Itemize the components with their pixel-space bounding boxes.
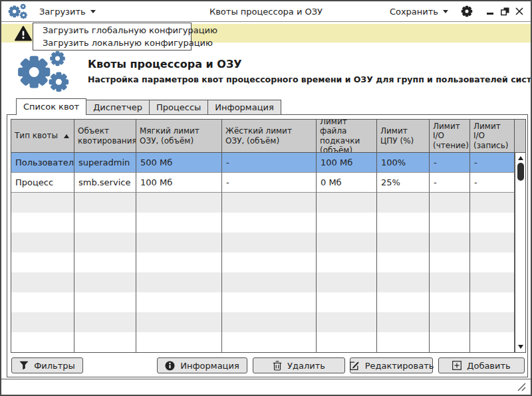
save-menu-button[interactable]: Сохранить (390, 7, 448, 17)
tab-dispatcher[interactable]: Диспетчер (86, 100, 150, 115)
menu-item-load-global-config[interactable]: Загрузить глобальную конфигурацию (33, 24, 191, 37)
app-gears-logo-icon (8, 3, 29, 19)
cell-cpu: 100% (377, 153, 430, 173)
cell-swap: 100 Мб (317, 153, 377, 173)
tab-quota-list[interactable]: Список квот (16, 98, 86, 115)
column-header-soft-ram-limit[interactable]: Мягкий лимит ОЗУ, (объём) (136, 120, 222, 153)
chevron-down-icon (443, 10, 448, 13)
status-bar (1, 379, 531, 395)
column-header-quota-object[interactable]: Объект квотирования (74, 120, 136, 153)
scroll-up-button[interactable] (515, 156, 525, 160)
menu-item-load-local-config[interactable]: Загрузить локальную конфигурацию (33, 37, 191, 49)
settings-gear-icon[interactable] (461, 5, 473, 17)
window-title: Квоты процессора и ОЗУ (209, 7, 323, 17)
empty-row (11, 233, 515, 252)
cell-soft-ram: 500 Мб (136, 153, 222, 173)
empty-row (11, 193, 515, 213)
delete-button[interactable]: Удалить (253, 357, 345, 373)
hexagon-pattern-decoration (222, 43, 477, 96)
cell-quota-object: smb.service (74, 173, 136, 193)
cell-hard-ram: - (222, 173, 317, 193)
plus-square-icon (452, 361, 462, 370)
scrollbar-header-corner (515, 120, 525, 153)
tab-processes[interactable]: Процессы (149, 100, 208, 115)
page-title: Квоты процессора и ОЗУ (88, 58, 242, 70)
main-panel: Тип квоты Объект квотирования Мягкий лим… (7, 114, 528, 377)
close-button[interactable] (515, 7, 524, 16)
minimize-button[interactable] (485, 7, 495, 16)
titlebar: Загрузить Квоты процессора и ОЗУ Сохрани… (1, 1, 531, 22)
tab-information[interactable]: Информация (207, 100, 281, 115)
warning-triangle-icon (15, 26, 32, 41)
load-menu-label: Загрузить (39, 7, 86, 17)
empty-row (11, 292, 515, 312)
save-menu-label: Сохранить (390, 7, 438, 17)
table-filler (11, 193, 525, 352)
table-header-row: Тип квоты Объект квотирования Мягкий лим… (11, 120, 525, 153)
cell-quota-object: superadmin (74, 153, 136, 173)
load-dropdown-menu: Загрузить глобальную конфигурацию Загруз… (33, 23, 192, 50)
empty-row (11, 252, 515, 272)
edit-button[interactable]: Редактировать (350, 357, 433, 373)
information-button[interactable]: Информация (157, 357, 247, 373)
cell-quota-type: Пользователь (11, 153, 74, 173)
column-header-io-write-limit[interactable]: Лимит I/O (запись) (470, 120, 515, 153)
edit-pencil-icon (349, 361, 360, 371)
sort-ascending-icon (64, 134, 69, 138)
column-header-quota-type[interactable]: Тип квоты (11, 120, 74, 153)
cell-quota-type: Процесс (11, 173, 74, 193)
table-body: Пользователь superadmin 500 Мб - 100 Мб … (11, 153, 525, 352)
empty-row (11, 213, 515, 233)
empty-row (11, 332, 515, 352)
column-header-swap-limit[interactable]: Лимит файла подкачки (объём) (317, 120, 377, 153)
empty-row (11, 312, 515, 332)
chevron-down-icon (90, 10, 96, 13)
scrollbar-thumb[interactable] (517, 163, 524, 181)
scroll-down-button[interactable] (515, 345, 525, 349)
empty-row (11, 272, 515, 292)
cell-io-write: - (470, 173, 515, 193)
table-row-selected[interactable]: Пользователь superadmin 500 Мб - 100 Мб … (11, 153, 515, 173)
page-header: Квоты процессора и ОЗУ Настройка парамет… (1, 43, 531, 98)
column-header-cpu-limit[interactable]: Лимит ЦПУ (%) (377, 120, 430, 153)
cell-io-read: - (430, 173, 470, 193)
column-header-io-read-limit[interactable]: Лимит I/O (чтение) (430, 120, 470, 153)
cell-hard-ram: - (222, 153, 317, 173)
resize-grip[interactable] (516, 382, 526, 391)
app-window: Загрузить Квоты процессора и ОЗУ Сохрани… (0, 0, 532, 396)
cell-swap: 0 Мб (317, 173, 377, 193)
quota-table: Тип квоты Объект квотирования Мягкий лим… (11, 119, 526, 353)
filters-button[interactable]: Фильтры (11, 357, 83, 373)
load-menu-button[interactable]: Загрузить (39, 7, 96, 17)
trash-icon (273, 361, 282, 371)
cell-io-read: - (430, 153, 470, 173)
table-row[interactable]: Процесс smb.service 100 Мб - 0 Мб 25% - … (11, 173, 515, 193)
column-header-hard-ram-limit[interactable]: Жёсткий лимит ОЗУ, (объём) (222, 120, 317, 153)
tab-bar: Список квот Диспетчер Процессы Информаци… (16, 98, 281, 115)
cell-soft-ram: 100 Мб (136, 173, 222, 193)
vertical-scrollbar[interactable] (515, 153, 525, 352)
cell-io-write: - (470, 153, 515, 173)
cell-cpu: 25% (377, 173, 430, 193)
gears-logo-icon (17, 50, 72, 93)
filter-funnel-icon (19, 361, 29, 370)
add-button[interactable]: Добавить (438, 357, 525, 373)
maximize-button[interactable] (500, 7, 509, 16)
info-circle-icon (165, 361, 175, 371)
page-subtitle: Настройка параметров квот процессорного … (88, 74, 532, 84)
